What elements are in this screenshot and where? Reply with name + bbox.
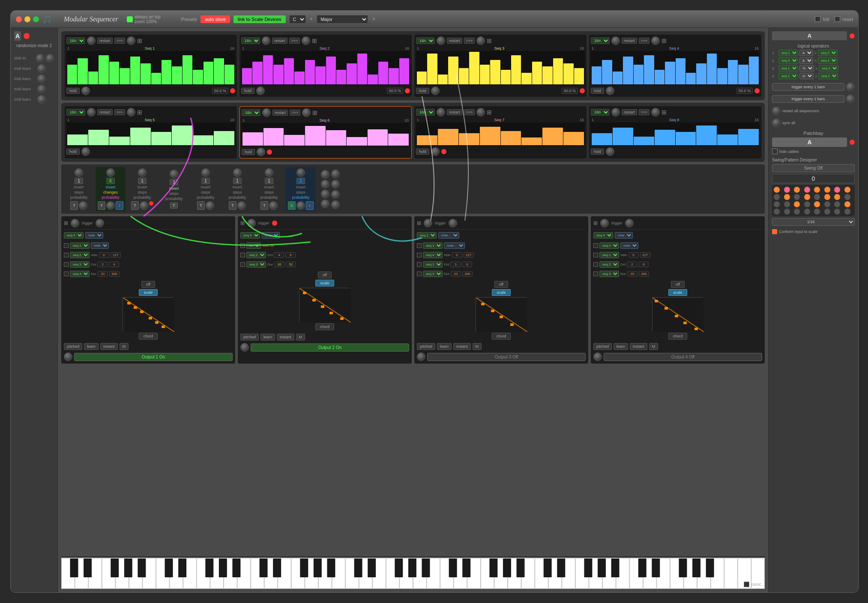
seq6-grid-icon[interactable]: ⊞ — [312, 109, 317, 116]
dot-3-6[interactable] — [824, 201, 830, 207]
seq2-foot-knob[interactable] — [256, 87, 265, 95]
extra-knob8[interactable] — [331, 200, 340, 209]
maximize-button[interactable] — [33, 16, 39, 22]
logic-op-3[interactable]: % — [799, 65, 814, 72]
mod5-t-knob[interactable] — [206, 201, 214, 210]
out4-row2-check[interactable] — [593, 253, 598, 257]
mod3-t-knob[interactable] — [140, 201, 148, 210]
out1-row4-check[interactable] — [64, 272, 69, 276]
out3-trigger-knob[interactable] — [449, 219, 457, 227]
out4-name-btn[interactable]: Output 4 Off — [604, 353, 762, 361]
out4-row4-seq[interactable]: seq 3 — [599, 271, 619, 277]
mod5-t-btn[interactable]: T — [197, 201, 205, 210]
dot-1-2[interactable] — [784, 187, 790, 193]
logic-seqa-3[interactable]: seq 1 — [778, 65, 798, 72]
out2-seq-top[interactable]: seq 4 — [240, 232, 260, 239]
out1-row4-v1[interactable] — [98, 271, 108, 277]
mod2-t-knob[interactable] — [106, 201, 115, 210]
seq6-knob2[interactable] — [302, 108, 311, 117]
beat-select[interactable]: 1/161/81/4 — [772, 218, 855, 226]
out3-scale-btn[interactable]: scale — [492, 289, 510, 296]
out4-row1-seq[interactable]: seq 4 — [599, 242, 619, 249]
seq5-knob[interactable] — [87, 108, 96, 116]
out3-row4-v2[interactable] — [462, 271, 473, 277]
seq8-restart[interactable]: restart — [622, 109, 637, 115]
out2-row3-check[interactable] — [240, 262, 245, 267]
seq2-grid-icon[interactable]: ⊞ — [312, 37, 317, 44]
seq3-grid-icon[interactable]: ⊞ — [487, 37, 492, 44]
out3-m-btn[interactable]: M — [473, 343, 482, 350]
close-button[interactable] — [16, 16, 22, 22]
out4-row2-seq[interactable]: seq 1 — [599, 252, 619, 258]
mod2-t-btn[interactable]: T — [98, 201, 105, 210]
mod7-t-knob[interactable] — [269, 201, 278, 210]
out1-note-top[interactable]: note — [85, 232, 103, 239]
extra-knob4[interactable] — [321, 200, 329, 208]
out4-row4-v2[interactable] — [639, 271, 649, 277]
dot-3-1[interactable] — [774, 201, 780, 207]
out2-name-btn[interactable]: Output 2 On — [251, 343, 409, 352]
out1-row4-v2[interactable] — [109, 271, 120, 277]
logic-seqb-3[interactable]: seq 3 — [819, 65, 838, 72]
out2-m-btn[interactable]: M — [296, 334, 305, 340]
extra-knob3[interactable] — [321, 190, 329, 198]
out2-scale-btn[interactable]: scale — [315, 280, 334, 287]
out1-row2-v2[interactable] — [111, 252, 121, 258]
dot-1-5[interactable] — [814, 187, 820, 193]
out4-learn-btn[interactable]: learn — [614, 343, 628, 350]
seq8-len[interactable]: 16n — [591, 109, 610, 116]
out1-row2-check[interactable] — [64, 253, 69, 257]
dot-1-1[interactable] — [774, 187, 780, 193]
out4-row3-v1[interactable] — [627, 262, 637, 267]
seq7-foot-knob[interactable] — [431, 147, 440, 156]
out1-pitched-btn[interactable]: pitched — [64, 343, 82, 350]
out4-row3-seq[interactable]: seq 2 — [599, 261, 619, 268]
out3-row1-seq[interactable]: seq 1 — [423, 242, 443, 249]
seq2-restart[interactable]: restart — [272, 38, 287, 44]
out3-off-btn[interactable]: off — [494, 281, 508, 288]
logic-seqb-1[interactable]: seq 2 — [818, 50, 838, 56]
logic-seqb-2[interactable]: seq 4 — [818, 57, 838, 64]
mod7-knob[interactable] — [265, 168, 273, 177]
out1-row4-seq[interactable]: seq 4 — [70, 271, 90, 277]
mod1-t-btn[interactable]: T — [70, 201, 78, 210]
seq3-red[interactable] — [580, 88, 585, 93]
dot-2-1[interactable] — [774, 194, 780, 200]
out3-row4-v1[interactable] — [451, 271, 461, 277]
out1-trigger-knob[interactable] — [96, 219, 104, 227]
out1-row3-seq[interactable]: seq 3 — [70, 261, 90, 268]
dot-2-7[interactable] — [834, 194, 840, 200]
mod8-v-btn[interactable]: V — [288, 201, 296, 210]
seq1-hold[interactable]: hold — [66, 88, 80, 94]
swing-off-btn[interactable]: Swing Off — [772, 164, 855, 172]
out4-instant-btn[interactable]: instant — [630, 343, 647, 350]
seq1-knob[interactable] — [87, 36, 96, 45]
out1-row2-seq[interactable]: seq 2 — [70, 252, 90, 258]
out2-grid-icon[interactable]: ⊞ — [240, 220, 245, 226]
out3-row2-seq[interactable]: seq 4 — [423, 252, 443, 258]
out3-footer-knob[interactable] — [417, 352, 425, 361]
trigger1-knob[interactable] — [846, 83, 855, 91]
out2-row2-check[interactable] — [240, 253, 245, 257]
out2-note-top[interactable]: note — [262, 232, 280, 239]
seq3-foot-knob[interactable] — [431, 87, 440, 95]
out4-m-btn[interactable]: M — [649, 343, 658, 350]
trigger2-knob[interactable] — [846, 95, 855, 103]
midi-learn-knob-3[interactable] — [37, 85, 46, 93]
minimize-button[interactable] — [24, 16, 30, 22]
scale-select[interactable]: MajorMinorDorian — [317, 15, 368, 24]
mod5-knob[interactable] — [201, 168, 210, 177]
out3-knob[interactable] — [424, 219, 432, 227]
mod4-t-btn[interactable]: T — [170, 203, 178, 209]
out3-row1-check[interactable] — [417, 243, 422, 248]
seq1-knob2[interactable] — [127, 36, 135, 45]
seq4-fwd[interactable]: >>> — [639, 38, 650, 44]
dot-2-5[interactable] — [814, 194, 820, 200]
out3-name-btn[interactable]: Output 3 Off — [427, 353, 586, 361]
out4-chord-btn[interactable]: chord — [668, 333, 688, 340]
trigger-btn-2[interactable]: trigger every 1 bars — [772, 95, 844, 103]
mod2-knob[interactable] — [106, 168, 115, 177]
seq3-len[interactable]: 16n — [416, 37, 435, 44]
seq4-foot-knob[interactable] — [606, 87, 614, 95]
extra-knob7[interactable] — [331, 190, 340, 199]
